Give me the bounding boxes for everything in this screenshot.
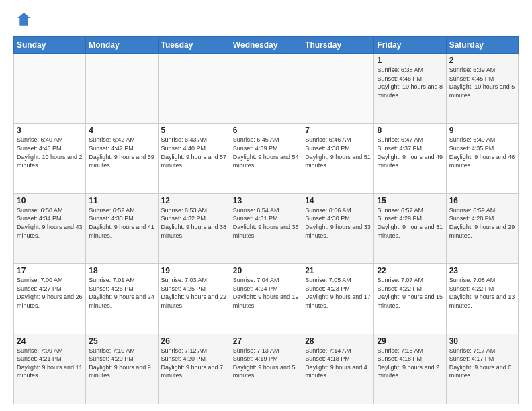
day-number: 18	[89, 266, 154, 275]
day-number: 21	[305, 266, 371, 275]
day-number: 12	[161, 196, 227, 205]
calendar-cell: 15Sunrise: 6:57 AM Sunset: 4:29 PM Dayli…	[374, 193, 446, 263]
day-info: Sunrise: 6:38 AM Sunset: 4:46 PM Dayligh…	[377, 66, 443, 99]
calendar-cell: 13Sunrise: 6:54 AM Sunset: 4:31 PM Dayli…	[230, 193, 302, 263]
day-info: Sunrise: 7:15 AM Sunset: 4:18 PM Dayligh…	[377, 347, 443, 380]
day-info: Sunrise: 7:04 AM Sunset: 4:24 PM Dayligh…	[233, 276, 299, 310]
day-number: 3	[17, 126, 83, 135]
calendar-cell: 17Sunrise: 7:00 AM Sunset: 4:27 PM Dayli…	[14, 264, 86, 334]
day-info: Sunrise: 6:59 AM Sunset: 4:28 PM Dayligh…	[449, 206, 515, 240]
calendar-weekday-sunday: Sunday	[14, 37, 86, 54]
logo-icon	[13, 11, 32, 30]
calendar-cell: 22Sunrise: 7:07 AM Sunset: 4:22 PM Dayli…	[374, 264, 446, 334]
day-info: Sunrise: 6:39 AM Sunset: 4:45 PM Dayligh…	[449, 66, 515, 99]
day-info: Sunrise: 7:08 AM Sunset: 4:22 PM Dayligh…	[449, 276, 515, 310]
calendar-cell: 24Sunrise: 7:09 AM Sunset: 4:21 PM Dayli…	[14, 334, 86, 404]
day-number: 25	[89, 336, 154, 346]
calendar-cell	[158, 54, 230, 124]
day-number: 28	[305, 336, 371, 346]
calendar-cell: 29Sunrise: 7:15 AM Sunset: 4:18 PM Dayli…	[374, 334, 446, 404]
day-info: Sunrise: 6:45 AM Sunset: 4:39 PM Dayligh…	[233, 136, 299, 169]
calendar-cell: 9Sunrise: 6:49 AM Sunset: 4:35 PM Daylig…	[446, 124, 518, 193]
calendar-week-row: 1Sunrise: 6:38 AM Sunset: 4:46 PM Daylig…	[14, 54, 519, 124]
day-number: 7	[305, 126, 371, 135]
calendar-weekday-saturday: Saturday	[446, 37, 518, 54]
day-number: 26	[161, 336, 227, 346]
day-number: 8	[377, 126, 443, 135]
logo	[13, 11, 35, 30]
day-info: Sunrise: 7:03 AM Sunset: 4:25 PM Dayligh…	[161, 276, 227, 310]
day-number: 23	[449, 266, 515, 275]
day-info: Sunrise: 7:10 AM Sunset: 4:20 PM Dayligh…	[89, 347, 154, 380]
day-info: Sunrise: 6:52 AM Sunset: 4:33 PM Dayligh…	[89, 206, 154, 240]
calendar-cell: 3Sunrise: 6:40 AM Sunset: 4:43 PM Daylig…	[14, 124, 86, 193]
calendar-weekday-thursday: Thursday	[302, 37, 374, 54]
day-info: Sunrise: 7:09 AM Sunset: 4:21 PM Dayligh…	[17, 347, 83, 380]
calendar-cell: 10Sunrise: 6:50 AM Sunset: 4:34 PM Dayli…	[14, 193, 86, 263]
calendar-week-row: 17Sunrise: 7:00 AM Sunset: 4:27 PM Dayli…	[14, 264, 519, 334]
day-info: Sunrise: 6:46 AM Sunset: 4:38 PM Dayligh…	[305, 136, 371, 169]
day-info: Sunrise: 6:42 AM Sunset: 4:42 PM Dayligh…	[89, 136, 154, 169]
calendar-cell: 8Sunrise: 6:47 AM Sunset: 4:37 PM Daylig…	[374, 124, 446, 193]
calendar-cell: 23Sunrise: 7:08 AM Sunset: 4:22 PM Dayli…	[446, 264, 518, 334]
calendar-weekday-friday: Friday	[374, 37, 446, 54]
day-info: Sunrise: 6:40 AM Sunset: 4:43 PM Dayligh…	[17, 136, 83, 169]
day-number: 27	[233, 336, 299, 346]
day-info: Sunrise: 6:53 AM Sunset: 4:32 PM Dayligh…	[161, 206, 227, 240]
calendar-cell: 19Sunrise: 7:03 AM Sunset: 4:25 PM Dayli…	[158, 264, 230, 334]
calendar-cell: 2Sunrise: 6:39 AM Sunset: 4:45 PM Daylig…	[446, 54, 518, 124]
day-info: Sunrise: 7:05 AM Sunset: 4:23 PM Dayligh…	[305, 276, 371, 310]
calendar-week-row: 24Sunrise: 7:09 AM Sunset: 4:21 PM Dayli…	[14, 334, 519, 404]
day-info: Sunrise: 6:47 AM Sunset: 4:37 PM Dayligh…	[377, 136, 443, 169]
day-number: 1	[377, 56, 443, 65]
calendar-table: SundayMondayTuesdayWednesdayThursdayFrid…	[13, 36, 519, 404]
day-info: Sunrise: 6:49 AM Sunset: 4:35 PM Dayligh…	[449, 136, 515, 169]
calendar-cell	[14, 54, 86, 124]
calendar-header-row: SundayMondayTuesdayWednesdayThursdayFrid…	[14, 37, 519, 54]
day-info: Sunrise: 7:07 AM Sunset: 4:22 PM Dayligh…	[377, 276, 443, 310]
day-info: Sunrise: 6:43 AM Sunset: 4:40 PM Dayligh…	[161, 136, 227, 169]
day-number: 22	[377, 266, 443, 275]
day-number: 16	[449, 196, 515, 205]
calendar-cell: 16Sunrise: 6:59 AM Sunset: 4:28 PM Dayli…	[446, 193, 518, 263]
calendar-weekday-monday: Monday	[86, 37, 158, 54]
day-number: 14	[305, 196, 371, 205]
calendar-cell: 12Sunrise: 6:53 AM Sunset: 4:32 PM Dayli…	[158, 193, 230, 263]
calendar-cell	[302, 54, 374, 124]
day-number: 4	[89, 126, 154, 135]
day-number: 13	[233, 196, 299, 205]
header	[13, 11, 519, 30]
calendar-cell: 11Sunrise: 6:52 AM Sunset: 4:33 PM Dayli…	[86, 193, 158, 263]
day-number: 19	[161, 266, 227, 275]
day-number: 29	[377, 336, 443, 346]
calendar-cell: 26Sunrise: 7:12 AM Sunset: 4:20 PM Dayli…	[158, 334, 230, 404]
calendar-cell: 6Sunrise: 6:45 AM Sunset: 4:39 PM Daylig…	[230, 124, 302, 193]
calendar-weekday-wednesday: Wednesday	[230, 37, 302, 54]
day-info: Sunrise: 6:56 AM Sunset: 4:30 PM Dayligh…	[305, 206, 371, 240]
day-number: 20	[233, 266, 299, 275]
calendar-week-row: 3Sunrise: 6:40 AM Sunset: 4:43 PM Daylig…	[14, 124, 519, 193]
calendar-cell: 14Sunrise: 6:56 AM Sunset: 4:30 PM Dayli…	[302, 193, 374, 263]
calendar-cell: 4Sunrise: 6:42 AM Sunset: 4:42 PM Daylig…	[86, 124, 158, 193]
calendar-cell: 28Sunrise: 7:14 AM Sunset: 4:18 PM Dayli…	[302, 334, 374, 404]
day-info: Sunrise: 6:54 AM Sunset: 4:31 PM Dayligh…	[233, 206, 299, 240]
calendar-cell: 7Sunrise: 6:46 AM Sunset: 4:38 PM Daylig…	[302, 124, 374, 193]
day-number: 10	[17, 196, 83, 205]
day-number: 15	[377, 196, 443, 205]
day-number: 2	[449, 56, 515, 65]
svg-marker-0	[17, 13, 30, 26]
calendar-cell: 20Sunrise: 7:04 AM Sunset: 4:24 PM Dayli…	[230, 264, 302, 334]
day-info: Sunrise: 7:00 AM Sunset: 4:27 PM Dayligh…	[17, 276, 83, 310]
day-number: 11	[89, 196, 154, 205]
calendar-cell: 27Sunrise: 7:13 AM Sunset: 4:19 PM Dayli…	[230, 334, 302, 404]
page: SundayMondayTuesdayWednesdayThursdayFrid…	[0, 0, 532, 411]
calendar-weekday-tuesday: Tuesday	[158, 37, 230, 54]
calendar-cell: 18Sunrise: 7:01 AM Sunset: 4:26 PM Dayli…	[86, 264, 158, 334]
calendar-cell: 30Sunrise: 7:17 AM Sunset: 4:17 PM Dayli…	[446, 334, 518, 404]
day-number: 9	[449, 126, 515, 135]
day-info: Sunrise: 7:13 AM Sunset: 4:19 PM Dayligh…	[233, 347, 299, 380]
day-info: Sunrise: 6:50 AM Sunset: 4:34 PM Dayligh…	[17, 206, 83, 240]
calendar-cell: 1Sunrise: 6:38 AM Sunset: 4:46 PM Daylig…	[374, 54, 446, 124]
day-number: 6	[233, 126, 299, 135]
day-number: 24	[17, 336, 83, 346]
